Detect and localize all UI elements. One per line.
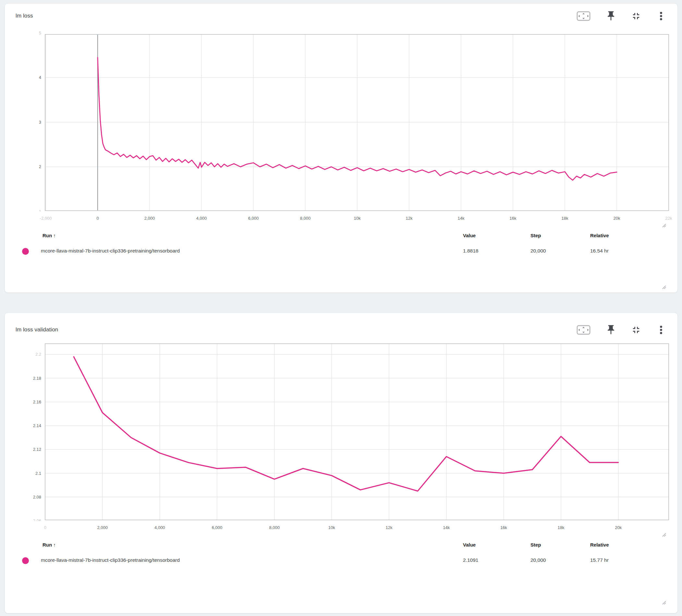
collapse-card-button[interactable] <box>630 10 642 22</box>
run-value: 2.1091 <box>463 557 478 563</box>
svg-text:4,000: 4,000 <box>196 216 207 221</box>
scalar-card-lm-loss-validation: lm loss validation <box>4 312 678 613</box>
svg-text:-2,000: -2,000 <box>40 216 52 221</box>
svg-text:14k: 14k <box>443 525 450 530</box>
svg-text:12k: 12k <box>406 216 413 221</box>
svg-text:6,000: 6,000 <box>212 525 223 530</box>
run-name: mcore-llava-mistral-7b-instruct-clip336-… <box>41 557 180 563</box>
fit-domain-icon <box>576 324 591 336</box>
fit-domain-button[interactable] <box>575 323 592 336</box>
run-relative: 15.77 hr <box>590 557 609 563</box>
svg-text:0: 0 <box>44 525 46 530</box>
svg-text:4: 4 <box>39 75 41 80</box>
collapse-card-button[interactable] <box>630 324 642 336</box>
chart-title: lm loss validation <box>16 327 58 333</box>
svg-text:10k: 10k <box>328 525 335 530</box>
relative-column-header: Relative <box>590 542 609 548</box>
svg-text:1: 1 <box>39 209 41 214</box>
run-color-dot <box>22 248 29 255</box>
svg-text:2: 2 <box>39 164 41 169</box>
svg-text:2.1: 2.1 <box>36 471 41 476</box>
svg-text:3: 3 <box>39 120 41 125</box>
svg-text:16k: 16k <box>500 525 507 530</box>
svg-text:14k: 14k <box>458 216 464 221</box>
more-options-icon <box>656 325 666 335</box>
tensorboard-scalars-page: lm loss <box>0 0 682 616</box>
value-column-header: Value <box>463 233 476 238</box>
card-header: lm loss <box>5 9 678 23</box>
svg-text:16k: 16k <box>510 216 517 221</box>
svg-text:2.06: 2.06 <box>33 518 41 523</box>
svg-text:2.2: 2.2 <box>36 352 41 357</box>
run-column-header[interactable]: Run ↑ <box>43 542 56 548</box>
run-step: 20,000 <box>530 557 546 563</box>
line-chart-lm-loss-validation[interactable]: 2.22.182.162.142.122.12.082.0602,0004,00… <box>5 339 678 537</box>
svg-text:20k: 20k <box>615 525 622 530</box>
svg-text:8,000: 8,000 <box>269 525 280 530</box>
chart-resize-grip-icon[interactable] <box>662 223 667 228</box>
card-resize-grip-icon[interactable] <box>662 600 667 605</box>
step-column-header: Step <box>530 233 541 238</box>
svg-text:22k: 22k <box>665 216 672 221</box>
svg-text:4,000: 4,000 <box>155 525 165 530</box>
card-header: lm loss validation <box>5 323 678 337</box>
svg-text:18k: 18k <box>558 525 565 530</box>
pin-icon <box>606 324 616 335</box>
more-options-button[interactable] <box>655 324 667 336</box>
svg-text:6,000: 6,000 <box>248 216 259 221</box>
line-chart-lm-loss[interactable]: 54321-2,00002,0004,0006,0008,00010k12k14… <box>5 29 678 228</box>
chart-title: lm loss <box>16 13 33 19</box>
relative-column-header: Relative <box>590 233 609 238</box>
more-options-icon <box>656 11 666 21</box>
card-toolbar <box>575 9 667 23</box>
card-resize-grip-icon[interactable] <box>662 285 667 290</box>
collapse-card-icon <box>631 11 641 21</box>
fit-domain-button[interactable] <box>575 9 592 23</box>
collapse-card-icon <box>631 325 641 335</box>
run-column-header[interactable]: Run ↑ <box>43 233 56 238</box>
svg-text:8,000: 8,000 <box>300 216 311 221</box>
card-toolbar <box>575 323 667 336</box>
run-value: 1.8818 <box>463 248 478 254</box>
svg-text:10k: 10k <box>354 216 361 221</box>
pin-icon <box>606 10 616 21</box>
pin-button[interactable] <box>605 10 617 22</box>
svg-text:18k: 18k <box>562 216 568 221</box>
svg-text:2.12: 2.12 <box>33 447 41 452</box>
svg-text:0: 0 <box>96 216 99 221</box>
svg-text:2,000: 2,000 <box>144 216 155 221</box>
value-column-header: Value <box>463 542 476 548</box>
more-options-button[interactable] <box>655 10 667 22</box>
svg-text:5: 5 <box>39 30 41 36</box>
svg-text:12k: 12k <box>386 525 392 530</box>
scalar-card-lm-loss: lm loss <box>4 3 678 293</box>
run-name: mcore-llava-mistral-7b-instruct-clip336-… <box>41 248 180 254</box>
run-color-dot <box>22 557 29 564</box>
step-column-header: Step <box>530 542 541 548</box>
run-relative: 16.54 hr <box>590 248 609 254</box>
chart-resize-grip-icon[interactable] <box>662 532 667 537</box>
run-step: 20,000 <box>530 248 546 254</box>
svg-text:2.18: 2.18 <box>33 376 41 381</box>
svg-text:2.14: 2.14 <box>33 423 41 428</box>
fit-domain-icon <box>576 10 591 22</box>
svg-text:2,000: 2,000 <box>97 525 108 530</box>
svg-text:20k: 20k <box>614 216 620 221</box>
svg-text:2.16: 2.16 <box>33 399 41 404</box>
svg-text:2.08: 2.08 <box>33 494 41 500</box>
pin-button[interactable] <box>605 324 617 336</box>
